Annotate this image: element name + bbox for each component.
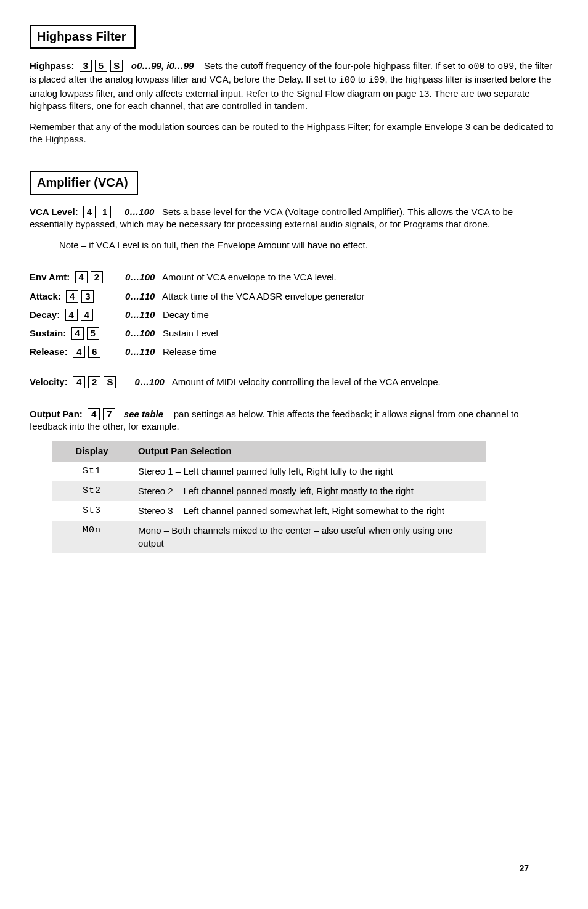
param-range: o0…99, i0…99 [131, 60, 194, 71]
param-label: Decay: [30, 309, 60, 320]
param-desc: Release time [163, 346, 217, 357]
text: Amount of MIDI velocity controlling the … [172, 377, 441, 387]
highpass-note: Remember that any of the modulation sour… [30, 121, 558, 146]
display-desc: Mono – Both channels mixed to the center… [132, 521, 486, 553]
param-row: Env Amt: 4 20…100 Amount of VCA envelope… [30, 271, 558, 283]
vca-paragraph: VCA Level: 4 1 0…100 Sets a base level f… [30, 206, 558, 231]
param-range: see table [124, 409, 163, 419]
key-3: 3 [80, 60, 92, 72]
param-label: Output Pan: [30, 409, 83, 419]
key-s: S [110, 60, 123, 72]
section-title: Amplifier (VCA) [37, 176, 128, 189]
display-desc: Stereo 2 – Left channel panned mostly le… [132, 481, 486, 501]
table-row: St2Stereo 2 – Left channel panned mostly… [52, 481, 486, 501]
page-number: 27 [519, 863, 529, 874]
display-value: M0n [52, 521, 132, 553]
param-range: 0…100 [125, 206, 154, 217]
display-desc: Stereo 3 – Left channel panned somewhat … [132, 501, 486, 521]
key: 6 [88, 346, 100, 358]
output-pan-table: Display Output Pan Selection St1Stereo 1… [52, 441, 486, 553]
key: 4 [75, 271, 88, 283]
param-range: 0…110 [125, 309, 155, 320]
param-label: Velocity: [30, 377, 68, 387]
key-5: 5 [95, 60, 107, 72]
key-1: 1 [99, 206, 111, 218]
param-label: Highpass: [30, 60, 75, 71]
display-value: St2 [52, 481, 132, 501]
section-header-highpass: Highpass Filter [30, 25, 136, 49]
code: i00 [339, 75, 356, 86]
key: 4 [73, 346, 85, 358]
key: 4 [65, 309, 78, 321]
display-value: St3 [52, 501, 132, 521]
key-7: 7 [103, 408, 115, 420]
key: 3 [81, 290, 94, 303]
param-label: Env Amt: [30, 272, 70, 282]
key: 4 [71, 327, 84, 340]
param-range: 0…110 [125, 346, 155, 357]
param-row: Decay: 4 40…110 Decay time [30, 309, 558, 321]
param-label: Sustain: [30, 328, 66, 338]
output-pan-paragraph: Output Pan: 4 7 see table pan settings a… [30, 408, 558, 433]
section-title: Highpass Filter [37, 30, 126, 43]
param-row: Attack: 4 30…110 Attack time of the VCA … [30, 290, 558, 303]
code: o99 [497, 62, 514, 72]
table-header-display: Display [52, 441, 132, 461]
param-row: Sustain: 4 50…100 Sustain Level [30, 327, 558, 340]
key: 5 [87, 327, 99, 340]
param-range: 0…100 [125, 272, 155, 282]
section-header-amplifier: Amplifier (VCA) [30, 171, 138, 195]
text: Sets the cutoff frequency of the four-po… [204, 60, 468, 71]
text: to [484, 60, 497, 71]
param-desc: Attack time of the VCA ADSR envelope gen… [162, 291, 365, 301]
table-header-selection: Output Pan Selection [132, 441, 486, 461]
key-4: 4 [83, 206, 96, 218]
param-desc: Sustain Level [163, 328, 218, 338]
code: o00 [468, 62, 484, 72]
key-4: 4 [88, 408, 100, 420]
text: to [356, 74, 369, 84]
key-4: 4 [73, 376, 85, 388]
highpass-paragraph: Highpass: 3 5 S o0…99, i0…99 Sets the cu… [30, 60, 558, 112]
param-label: Release: [30, 346, 68, 357]
table-row: St3Stereo 3 – Left channel panned somewh… [52, 501, 486, 521]
velocity-paragraph: Velocity: 4 2 S 0…100 Amount of MIDI vel… [30, 376, 558, 388]
param-desc: Amount of VCA envelope to the VCA level. [162, 272, 337, 282]
param-range: 0…100 [135, 377, 165, 387]
param-range: 0…100 [125, 328, 155, 338]
code: i99 [369, 75, 385, 86]
param-row: Release: 4 60…110 Release time [30, 346, 558, 358]
table-row: M0nMono – Both channels mixed to the cen… [52, 521, 486, 553]
key-s: S [104, 376, 116, 388]
display-value: St1 [52, 462, 132, 481]
param-label: Attack: [30, 291, 61, 301]
key: 2 [91, 271, 103, 283]
key-2: 2 [88, 376, 100, 388]
table-row: St1Stereo 1 – Left channel panned fully … [52, 462, 486, 481]
param-range: 0…110 [125, 291, 155, 301]
display-desc: Stereo 1 – Left channel panned fully lef… [132, 462, 486, 481]
key: 4 [81, 309, 93, 321]
key: 4 [66, 290, 78, 303]
vca-note: Note – if VCA Level is on full, then the… [59, 239, 558, 251]
param-label: VCA Level: [30, 206, 78, 217]
param-desc: Decay time [163, 309, 209, 320]
